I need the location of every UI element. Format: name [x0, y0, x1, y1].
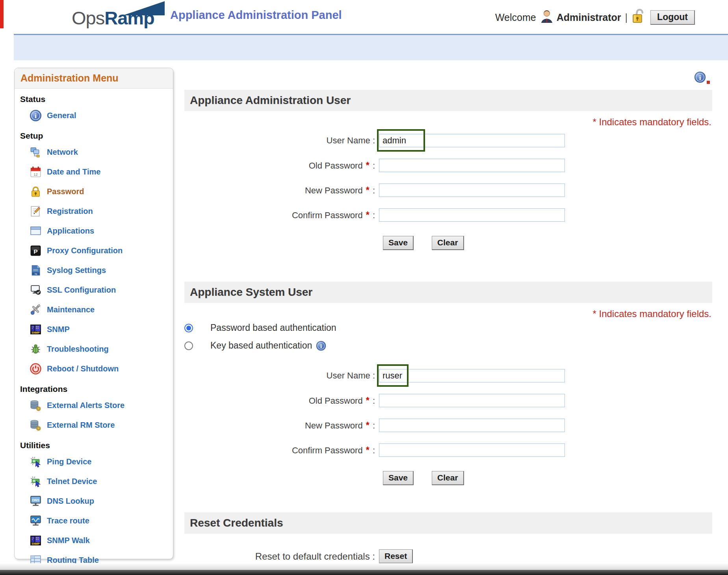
- page-bottom-fade: [0, 563, 728, 570]
- sidebar-item-ping-device[interactable]: Ping Device: [15, 452, 173, 471]
- confirm-password-input[interactable]: [379, 443, 565, 457]
- sidebar-item-reboot-shutdown[interactable]: Reboot / Shutdown: [15, 359, 173, 378]
- auth-option-label: Password based authentication: [210, 323, 336, 333]
- confirm-password-input[interactable]: [379, 208, 565, 222]
- sidebar-item-label: DNS Lookup: [47, 497, 94, 506]
- sidebar-item-trace-route[interactable]: Trace route: [15, 511, 173, 530]
- reset-credentials-label: Reset to default credentials :: [184, 551, 379, 562]
- sidebar-item-external-alerts-store[interactable]: External Alerts Store: [15, 395, 173, 415]
- sidebar-item-syslog-settings[interactable]: logSyslog Settings: [15, 260, 173, 280]
- sidebar-item-label: Applications: [47, 226, 94, 236]
- new-password-input[interactable]: [379, 184, 565, 197]
- required-asterisk: *: [365, 445, 370, 455]
- reboot-icon: [30, 363, 42, 375]
- mandatory-note-2: * Indicates mandatory fields.: [184, 308, 711, 319]
- unlocked-padlock-icon: [631, 8, 646, 27]
- sidebar-item-snmp-walk[interactable]: SNMPSNMP Walk: [15, 530, 173, 550]
- sidebar-item-telnet-device[interactable]: Telnet Device: [15, 471, 173, 491]
- svg-text:12: 12: [33, 172, 37, 176]
- required-asterisk: *: [365, 210, 370, 220]
- sidebar-item-label: External RM Store: [47, 421, 115, 430]
- auth-option-row: Password based authentication: [184, 323, 712, 333]
- old-password-input[interactable]: [379, 159, 565, 172]
- reset-button[interactable]: Reset: [379, 549, 413, 564]
- save-button[interactable]: Save: [383, 236, 414, 250]
- logout-button[interactable]: Logout: [650, 10, 695, 25]
- field-input-wrap: [379, 208, 565, 222]
- sidebar-item-label: Date and Time: [47, 167, 100, 176]
- snmp-icon: SNMP: [30, 534, 42, 547]
- field-label: New Password * :: [184, 420, 379, 431]
- authentication-options: Password based authenticationKey based a…: [184, 323, 712, 351]
- field-label: Confirm Password * :: [184, 445, 379, 456]
- user-name-input[interactable]: [379, 369, 565, 382]
- save-button-system[interactable]: Save: [383, 471, 414, 485]
- sidebar-item-dns-lookup[interactable]: DNSDNS Lookup: [15, 491, 173, 511]
- sidebar-item-date-and-time[interactable]: 12Date and Time: [15, 162, 173, 182]
- sidebar-item-general[interactable]: iGeneral: [15, 106, 173, 125]
- form-row: Old Password * :: [184, 159, 712, 172]
- field-input-wrap: [379, 443, 565, 457]
- store-icon: [30, 419, 42, 431]
- sidebar-item-network[interactable]: Network: [15, 142, 173, 162]
- sidebar-item-label: Password: [47, 187, 84, 196]
- sidebar-item-label: External Alerts Store: [47, 401, 124, 410]
- svg-text:i: i: [320, 343, 322, 349]
- administration-menu-title: Administration Menu: [15, 68, 173, 89]
- sidebar-item-password[interactable]: Password: [15, 182, 173, 201]
- svg-text:P: P: [33, 248, 37, 255]
- red-corner-marker: [0, 0, 4, 28]
- sidebar-item-label: Maintenance: [47, 305, 95, 314]
- form-row: New Password * :: [184, 419, 712, 432]
- sidebar-section-integrations: Integrations: [20, 384, 173, 394]
- info-icon[interactable]: i: [316, 341, 326, 351]
- old-password-input[interactable]: [379, 394, 565, 407]
- radio-unselected[interactable]: [184, 341, 193, 350]
- sidebar-item-maintenance[interactable]: Maintenance: [15, 300, 173, 319]
- svg-text:i: i: [699, 74, 701, 82]
- maintenance-icon: [30, 304, 42, 316]
- form-row: Confirm Password * :: [184, 443, 712, 457]
- header-separator: |: [625, 12, 628, 23]
- field-input-wrap: [379, 419, 565, 432]
- sidebar-item-label: Trace route: [47, 516, 89, 525]
- sidebar-item-proxy-configuration[interactable]: PProxy Configuration: [15, 241, 173, 260]
- sidebar-item-label: SSL Configuration: [47, 286, 116, 295]
- user-avatar-icon: [540, 9, 553, 26]
- sidebar-item-ssl-configuration[interactable]: SSL Configuration: [15, 280, 173, 300]
- field-input-wrap: [379, 134, 565, 147]
- sidebar-item-label: Registration: [47, 207, 93, 216]
- new-password-input[interactable]: [379, 419, 565, 432]
- sidebar-item-registration[interactable]: Registration: [15, 201, 173, 221]
- sidebar-item-external-rm-store[interactable]: External RM Store: [15, 415, 173, 435]
- page-info-icon[interactable]: i: [694, 71, 706, 83]
- sidebar-item-troubleshooting[interactable]: Troubleshooting: [15, 339, 173, 359]
- radio-dot: [186, 326, 191, 330]
- clear-button[interactable]: Clear: [432, 236, 464, 250]
- sidebar-item-snmp[interactable]: SNMPSNMP: [15, 319, 173, 339]
- administration-menu: Administration Menu StatusiGeneralSetupN…: [14, 68, 173, 559]
- svg-text:i: i: [35, 112, 37, 120]
- registration-icon: [30, 205, 42, 217]
- svg-text:SNMP: SNMP: [32, 331, 40, 334]
- telnet-icon: [30, 475, 42, 488]
- user-name-input[interactable]: [379, 134, 565, 147]
- field-input-wrap: [379, 369, 565, 382]
- syslog-icon: log: [30, 264, 42, 276]
- field-label: New Password * :: [184, 185, 379, 196]
- clear-button-system[interactable]: Clear: [432, 471, 464, 485]
- sidebar-item-applications[interactable]: Applications: [15, 221, 173, 241]
- page-bottom-bar: [0, 570, 728, 575]
- troubleshooting-icon: [30, 343, 42, 355]
- header-blue-band: [14, 35, 728, 60]
- sidebar-section-status: Status: [20, 95, 173, 104]
- form-row: Old Password * :: [184, 394, 712, 407]
- admin-user-form: User Name :Old Password * :New Password …: [184, 134, 712, 222]
- required-asterisk: *: [365, 185, 370, 195]
- auth-option-label: Key based authentication: [210, 340, 312, 351]
- sidebar-section-setup: Setup: [20, 131, 173, 141]
- radio-selected[interactable]: [184, 324, 193, 332]
- field-input-wrap: [379, 184, 565, 197]
- welcome-label: Welcome: [495, 12, 536, 23]
- section-title-admin-user: Appliance Administration User: [184, 90, 712, 111]
